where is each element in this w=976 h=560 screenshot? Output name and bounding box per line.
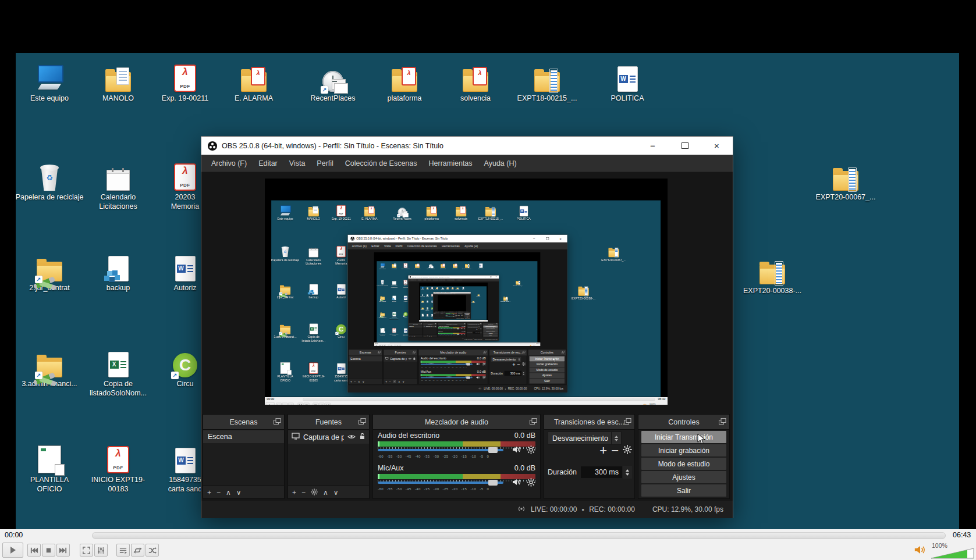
popout-icon[interactable] xyxy=(274,418,281,425)
add-source-button[interactable]: + xyxy=(292,489,296,496)
select-arrows-icon xyxy=(611,432,621,444)
menu-editar[interactable]: Editar xyxy=(258,159,278,167)
add-scene-button[interactable]: + xyxy=(207,489,211,496)
desktop-icon-3admin-financi[interactable]: 3.admin-financi... xyxy=(15,345,84,388)
video-player-frame: Este equipo MANOLO Exp. 19-00211 E. ALAR… xyxy=(0,0,976,560)
move-source-up-button[interactable]: ∧ xyxy=(323,489,328,496)
duration-input[interactable]: 300 ms xyxy=(580,466,623,479)
display-capture-icon xyxy=(292,433,300,441)
desktop-icon-calendario[interactable]: Calendario Licitaciones xyxy=(83,158,153,212)
desktop-icon-expt20-00038[interactable]: EXPT20-00038-... xyxy=(737,252,807,295)
desktop-icon-backup[interactable]: backup xyxy=(83,249,153,293)
transition-gear-icon[interactable] xyxy=(623,445,632,456)
desktop-icon-label: PLANTILLA OFICIO xyxy=(24,475,74,494)
menu-ayuda[interactable]: Ayuda (H) xyxy=(484,159,517,167)
transition-duration-row: Duración 300 ms xyxy=(548,466,632,479)
start-streaming-button[interactable]: Iniciar Transmisión xyxy=(641,431,726,443)
folder-archive-icon xyxy=(811,158,881,191)
menu-perfil[interactable]: Perfil xyxy=(317,159,333,167)
studio-mode-button[interactable]: Modo de estudio xyxy=(641,458,726,470)
popout-icon[interactable] xyxy=(359,418,366,425)
playlist-button[interactable] xyxy=(116,544,130,557)
remove-source-button[interactable]: − xyxy=(301,489,306,496)
duration-spinner[interactable] xyxy=(623,466,632,479)
desktop-icon-solvencia[interactable]: solvencia xyxy=(441,59,510,103)
settings-button[interactable]: Ajustes xyxy=(641,471,726,483)
remove-transition-button[interactable]: − xyxy=(611,445,619,456)
desktop-icon-recentplaces[interactable]: RecentPlaces xyxy=(298,59,368,103)
desktop-icon-politica[interactable]: POLITICA xyxy=(592,59,662,103)
desktop-icon-expt20-00067[interactable]: EXPT20-00067_... xyxy=(811,158,881,202)
menu-herramientas[interactable]: Herramientas xyxy=(429,159,473,167)
folder-archive-icon xyxy=(512,59,582,92)
desktop-icon-expt18-00215[interactable]: EXPT18-00215_... xyxy=(512,59,582,103)
volume-speaker-icon[interactable] xyxy=(914,545,927,557)
desktop-icon-exp-19-00211[interactable]: Exp. 19-00211 xyxy=(150,59,220,103)
mixer-dock-header[interactable]: Mezclador de audio xyxy=(373,415,540,430)
lock-icon[interactable] xyxy=(359,433,365,441)
move-scene-up-button[interactable]: ∧ xyxy=(226,489,231,496)
remove-scene-button[interactable]: − xyxy=(217,489,221,496)
seek-bar[interactable] xyxy=(92,532,946,539)
desktop-icon-inicio-expt19[interactable]: INICIO EXPT19-00183 xyxy=(83,441,153,494)
fullscreen-button[interactable] xyxy=(80,544,93,557)
speaker-icon[interactable] xyxy=(512,445,521,456)
transition-selected-value: Desvanecimiento xyxy=(552,434,608,443)
scene-list-item[interactable]: Escena xyxy=(203,430,284,443)
add-transition-button[interactable]: + xyxy=(599,445,607,456)
recycle-bin-icon xyxy=(15,158,84,191)
cpu-fps-stats: CPU: 12.9%, 30.00 fps xyxy=(652,505,723,513)
desktop-icon-2jur-contrat[interactable]: 2.jur_contrat xyxy=(15,249,84,293)
desktop-icon-label: Calendario Licitaciones xyxy=(83,192,153,212)
sources-dock-header[interactable]: Fuentes xyxy=(288,415,369,430)
close-button[interactable]: × xyxy=(701,137,733,155)
equalizer-button[interactable] xyxy=(94,544,108,557)
desktop-icon-copia-listado[interactable]: Copia de listadoSoloNom... xyxy=(83,345,153,398)
channel-gear-icon[interactable] xyxy=(527,478,535,489)
maximize-button[interactable] xyxy=(669,137,701,155)
stop-button[interactable] xyxy=(42,544,55,557)
duration-label: Duración xyxy=(548,468,577,476)
menu-archivo[interactable]: Archivo (F) xyxy=(211,159,247,167)
start-recording-button[interactable]: Iniciar grabación xyxy=(641,444,726,456)
desktop-icon-este-equipo[interactable]: Este equipo xyxy=(15,59,84,103)
volume-slider[interactable] xyxy=(378,449,503,451)
menu-vista[interactable]: Vista xyxy=(289,159,306,167)
minimize-button[interactable]: − xyxy=(637,137,669,155)
desktop-icon-e-alarma[interactable]: E. ALARMA xyxy=(219,59,289,103)
desktop-icon-plantilla-oficio[interactable]: PLANTILLA OFICIO xyxy=(15,441,84,494)
repeat-button[interactable] xyxy=(131,544,144,557)
scenes-dock: Escenas Escena + − ∧ ∨ xyxy=(203,414,285,499)
obs-titlebar[interactable]: OBS 25.0.8 (64-bit, windows) - Perfíl: S… xyxy=(201,137,733,155)
exit-button[interactable]: Salir xyxy=(641,484,726,497)
desktop-icon-papelera[interactable]: Papelera de reciclaje xyxy=(15,158,84,202)
channel-gear-icon[interactable] xyxy=(527,445,535,456)
transitions-dock-header[interactable]: Transiciones de esc... xyxy=(544,415,634,430)
source-list-item[interactable]: Captura de p xyxy=(288,430,369,444)
template-doc-icon xyxy=(15,441,84,473)
skip-back-button[interactable] xyxy=(27,544,41,557)
transition-select[interactable]: Desvanecimiento xyxy=(548,431,622,445)
visibility-eye-icon[interactable] xyxy=(347,433,356,441)
speaker-icon[interactable] xyxy=(512,478,521,488)
move-source-down-button[interactable]: ∨ xyxy=(333,489,339,496)
desktop-icon-manolo[interactable]: MANOLO xyxy=(83,59,153,103)
move-scene-down-button[interactable]: ∨ xyxy=(236,489,242,496)
registry-file-icon xyxy=(83,249,153,281)
desktop-icon-label: plataforma xyxy=(370,94,439,103)
volume-slider-wedge[interactable] xyxy=(930,547,975,560)
scenes-dock-header[interactable]: Escenas xyxy=(203,415,284,430)
desktop-icon-label: Exp. 19-00211 xyxy=(150,94,220,103)
desktop-icon-plataforma[interactable]: plataforma xyxy=(370,59,439,103)
play-button[interactable] xyxy=(2,543,23,558)
menu-coleccion-escenas[interactable]: Colección de Escenas xyxy=(345,159,417,167)
controls-dock-header[interactable]: Controles xyxy=(638,415,729,430)
volume-slider[interactable] xyxy=(378,481,503,484)
obs-preview-canvas: Este equipo MANOLO Exp. 19-00211 E. ALAR… xyxy=(265,179,668,405)
skip-forward-button[interactable] xyxy=(56,544,70,557)
source-properties-gear-icon[interactable] xyxy=(311,487,318,498)
popout-icon[interactable] xyxy=(624,418,631,425)
popout-icon[interactable] xyxy=(719,418,726,425)
shuffle-button[interactable] xyxy=(145,544,159,557)
popout-icon[interactable] xyxy=(530,418,537,425)
